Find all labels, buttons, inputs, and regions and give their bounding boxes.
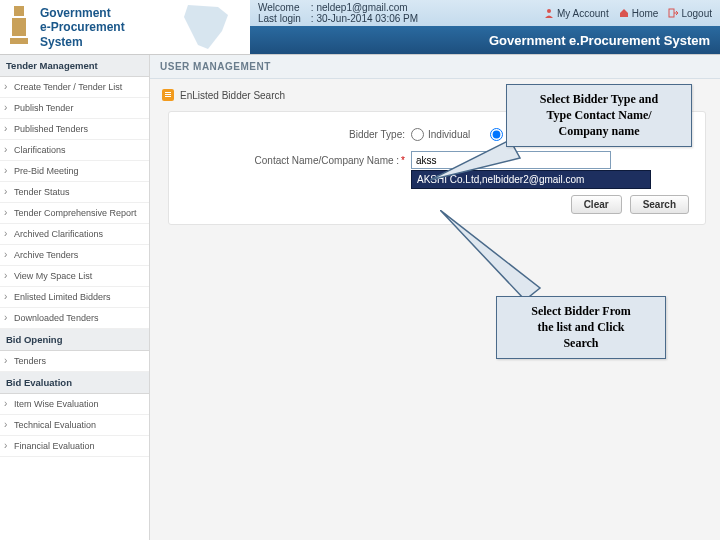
sidebar-section-header: Bid Opening: [0, 329, 149, 351]
welcome-label: Welcome: [258, 2, 301, 13]
sidebar-item[interactable]: Tender Status: [0, 182, 149, 203]
sidebar-item[interactable]: Financial Evaluation: [0, 436, 149, 457]
brand-line: Government: [40, 6, 160, 20]
bidder-type-label: Bidder Type:: [185, 129, 405, 140]
home-icon: [619, 8, 629, 18]
sidebar-section-header: Tender Management: [0, 55, 149, 77]
user-icon: [544, 8, 554, 18]
brand-line: e-Procurement: [40, 20, 160, 34]
app-header: Government e-Procurement System Welcome …: [0, 0, 720, 55]
sidebar-item[interactable]: View My Space List: [0, 266, 149, 287]
svg-point-3: [547, 9, 551, 13]
brand-line: System: [40, 35, 160, 49]
svg-marker-6: [440, 210, 540, 300]
india-map-icon: [160, 0, 250, 54]
lastlogin-label: Last login: [258, 13, 301, 24]
logout-icon: [668, 8, 678, 18]
sidebar-item[interactable]: Downloaded Tenders: [0, 308, 149, 329]
svg-rect-4: [669, 9, 674, 17]
sidebar-item[interactable]: Clarifications: [0, 140, 149, 161]
sidebar-item[interactable]: Pre-Bid Meeting: [0, 161, 149, 182]
user-email: neldep1@gmail.com: [316, 2, 407, 13]
callout-select-bidder: Select Bidder From the list and Click Se…: [496, 296, 666, 359]
logout-link[interactable]: Logout: [668, 8, 712, 19]
breadcrumb-text: EnListed Bidder Search: [180, 90, 285, 101]
search-button[interactable]: Search: [630, 195, 689, 214]
sidebar-item[interactable]: Create Tender / Tender List: [0, 77, 149, 98]
sidebar-item[interactable]: Archived Clarifications: [0, 224, 149, 245]
last-login: 30-Jun-2014 03:06 PM: [316, 13, 418, 24]
sidebar-item[interactable]: Publish Tender: [0, 98, 149, 119]
svg-rect-0: [14, 6, 24, 16]
my-account-link[interactable]: My Account: [544, 8, 609, 19]
sidebar-item[interactable]: Technical Evaluation: [0, 415, 149, 436]
brand-text: Government e-Procurement System: [40, 0, 160, 54]
sidebar-item[interactable]: Published Tenders: [0, 119, 149, 140]
callout-tail-icon: [440, 210, 570, 310]
gov-emblem-icon: [6, 4, 36, 50]
sidebar-section-header: Bid Evaluation: [0, 372, 149, 394]
sidebar-item[interactable]: Enlisted Limited Bidders: [0, 287, 149, 308]
svg-rect-2: [10, 38, 28, 44]
home-link[interactable]: Home: [619, 8, 659, 19]
document-icon: [162, 89, 174, 101]
clear-button[interactable]: Clear: [571, 195, 622, 214]
sidebar: Tender ManagementCreate Tender / Tender …: [0, 55, 150, 540]
callout-bidder-type: Select Bidder Type and Type Contact Name…: [506, 84, 692, 147]
system-titlebar: Government e.Procurement System: [250, 26, 720, 54]
svg-rect-1: [12, 18, 26, 36]
sidebar-item[interactable]: Archive Tenders: [0, 245, 149, 266]
sidebar-item[interactable]: Tender Comprehensive Report: [0, 203, 149, 224]
sidebar-item[interactable]: Item Wise Evaluation: [0, 394, 149, 415]
top-strip: Welcome Last login : neldep1@gmail.com :…: [250, 0, 720, 26]
system-title: Government e.Procurement System: [489, 33, 710, 48]
sidebar-item[interactable]: Tenders: [0, 351, 149, 372]
callout-tail-icon: [430, 140, 540, 190]
contact-label: Contact Name/Company Name :*: [185, 155, 405, 166]
page-heading: USER MANAGEMENT: [150, 55, 720, 79]
